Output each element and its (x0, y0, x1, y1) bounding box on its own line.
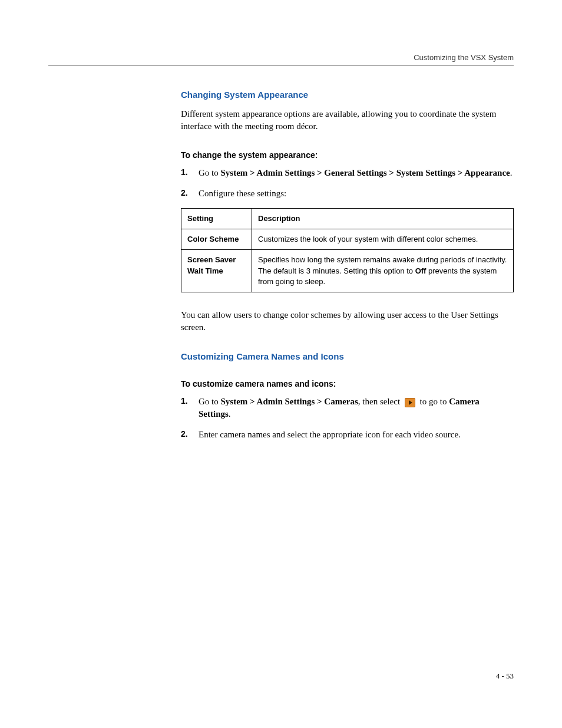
setting-desc-cell: Customizes the look of your system with … (252, 229, 514, 250)
page-number: 4 - 53 (496, 671, 514, 680)
intro-paragraph: Different system appearance options are … (181, 108, 514, 133)
step-text: Enter camera names and select the approp… (199, 430, 461, 439)
page-header: Customizing the VSX System (48, 53, 514, 66)
step-text: Configure these settings: (199, 189, 286, 198)
step-item: Configure these settings: (181, 187, 514, 200)
outro-paragraph: You can allow users to change color sche… (181, 309, 514, 334)
section-heading-appearance: Changing System Appearance (181, 90, 514, 100)
setting-desc-cell: Specifies how long the system remains aw… (252, 250, 514, 292)
table-row: Screen Saver Wait Time Specifies how lon… (181, 250, 514, 292)
setting-name-cell: Color Scheme (181, 229, 252, 250)
settings-table: Setting Description Color Scheme Customi… (181, 208, 514, 292)
step-path: System > Admin Settings > General Settin… (221, 168, 510, 177)
step-text: to go to (418, 397, 449, 406)
section-heading-cameras: Customizing Camera Names and Icons (181, 351, 514, 361)
step-item: Go to System > Admin Settings > Cameras,… (181, 396, 514, 420)
step-text: , then select (358, 397, 402, 406)
setting-name-cell: Screen Saver Wait Time (181, 250, 252, 292)
subheading-change-appearance: To change the system appearance: (181, 150, 514, 160)
svg-marker-0 (409, 400, 412, 405)
step-item: Go to System > Admin Settings > General … (181, 167, 514, 179)
step-item: Enter camera names and select the approp… (181, 429, 514, 441)
table-header-description: Description (252, 209, 514, 229)
desc-bold: Off (415, 266, 427, 275)
header-right-text: Customizing the VSX System (414, 53, 514, 62)
table-header-row: Setting Description (181, 209, 514, 229)
steps-list-appearance: Go to System > Admin Settings > General … (181, 167, 514, 200)
page-footer: 4 - 53 (496, 671, 514, 681)
subheading-customize-cameras: To customize camera names and icons: (181, 379, 514, 388)
step-path: System > Admin Settings > Cameras (221, 397, 358, 406)
step-text: . (229, 409, 231, 419)
table-header-setting: Setting (181, 209, 252, 229)
step-text: . (510, 168, 513, 177)
steps-list-cameras: Go to System > Admin Settings > Cameras,… (181, 396, 514, 441)
step-text: Go to (199, 397, 221, 406)
step-text: Go to (199, 168, 221, 177)
table-row: Color Scheme Customizes the look of your… (181, 229, 514, 250)
arrow-right-icon (405, 398, 415, 407)
page-content: Changing System Appearance Different sys… (181, 90, 514, 441)
